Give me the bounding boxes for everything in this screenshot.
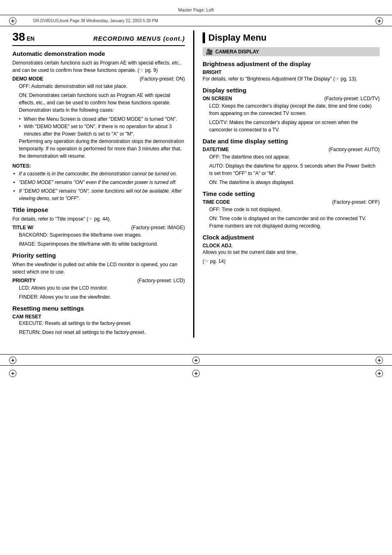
demo-on-text: ON: Demonstrates certain functions such … xyxy=(12,92,185,114)
clock-adj-label: CLOCK ADJ. xyxy=(203,243,380,249)
demo-mode-label: DEMO MODE xyxy=(12,76,43,82)
clock-heading: Clock adjustment xyxy=(203,234,380,241)
master-page-label: Master Page: Left xyxy=(0,0,392,15)
resetting-heading: Resetting menu settings xyxy=(12,305,185,312)
time-code-label: TIME CODE xyxy=(203,199,230,205)
title-impose-heading: Title impose xyxy=(12,206,185,213)
camera-display-label: CAMERA DISPLAY xyxy=(215,49,259,55)
title-w-row: TITLE W/ (Factory-preset: IMAGE) xyxy=(12,225,185,230)
date-time-off: OFF: The date/time does not appear. xyxy=(203,153,380,161)
notes-heading: NOTES: xyxy=(12,163,185,169)
file-info: GR-DV801US.book Page 38 Wednesday, Janua… xyxy=(33,18,158,23)
demo-performing-text: Performing any operation during the demo… xyxy=(12,138,185,160)
main-content: 38 EN RECORDING MENUS (cont.) Automatic … xyxy=(0,26,392,346)
lcd-tv-text: LCD/TV: Makes the camcorder's display ap… xyxy=(203,119,380,134)
return-text: RETURN: Does not reset all settings to t… xyxy=(12,329,185,336)
page-wrapper: Master Page: Left GR-DV801US.book Page 3… xyxy=(0,0,392,555)
display-setting-heading: Display setting xyxy=(203,87,380,94)
reg-mark-bottom-right xyxy=(376,357,383,364)
auto-demo-desc: Demonstrates certain functions such as P… xyxy=(12,59,185,74)
bottom-reg-row xyxy=(0,366,392,386)
demo-mode-preset: (Factory-preset: ON) xyxy=(140,76,185,82)
priority-desc: When the viewfinder is pulled out while … xyxy=(12,261,185,276)
finder-text: FINDER: Allows you to use the viewfinder… xyxy=(12,293,185,301)
notes-list: If a cassette is in the camcorder, the d… xyxy=(12,170,185,202)
page-title: RECORDING MENUS (cont.) xyxy=(93,35,185,42)
page-number-container: 38 EN xyxy=(12,30,35,44)
reg-mark-far-bottom-center xyxy=(192,370,200,377)
page-header: 38 EN RECORDING MENUS (cont.) xyxy=(12,30,185,46)
date-time-on: ON: The date/time is always displayed. xyxy=(203,179,380,186)
note-2: "DEMO MODE" remains "ON" even if the cam… xyxy=(12,179,185,186)
note-3: If "DEMO MODE" remains "ON", some functi… xyxy=(12,187,185,202)
camera-icon: 🎥 xyxy=(206,48,213,55)
reg-mark-bottom-center xyxy=(192,357,200,364)
on-screen-preset: (Factory-preset: LCD/TV) xyxy=(324,96,380,101)
priority-row: PRIORITY (Factory-preset: LCD) xyxy=(12,278,185,283)
priority-preset: (Factory-preset: LCD) xyxy=(137,278,185,283)
page-number: 38 xyxy=(12,30,25,43)
backgrnd-text: BACKGRND: Superimposes the title/frame o… xyxy=(12,231,185,239)
brightness-heading: Brightness adjustment of the display xyxy=(203,60,380,67)
on-screen-label: ON SCREEN xyxy=(203,96,232,101)
clock-adj-desc: Allows you to set the current date and t… xyxy=(203,249,380,256)
lcd-keeps-text: LCD: Keeps the camcorder's display (exce… xyxy=(203,102,380,117)
demo-mode-row: DEMO MODE (Factory-preset: ON) xyxy=(12,76,185,82)
title-w-preset: (Factory-preset: IMAGE) xyxy=(131,225,185,230)
auto-demo-heading: Automatic demonstration mode xyxy=(12,50,185,57)
reg-mark-top-right xyxy=(376,17,383,25)
right-column: Display Menu 🎥 CAMERA DISPLAY Brightness… xyxy=(193,30,380,338)
page-number-en: EN xyxy=(27,35,35,42)
reg-mark-top-left xyxy=(9,17,16,25)
camera-display-bar: 🎥 CAMERA DISPLAY xyxy=(203,47,380,56)
lcd-text: LCD: Allows you to use the LCD monitor. xyxy=(12,284,185,292)
display-menu-heading: Display Menu xyxy=(203,32,380,43)
bright-label: BRIGHT xyxy=(203,69,380,75)
reg-mark-far-bottom-right xyxy=(376,370,383,377)
cam-reset-label: CAM RESET xyxy=(12,314,185,320)
top-border-area: GR-DV801US.book Page 38 Wednesday, Janua… xyxy=(0,15,392,26)
bottom-border-area xyxy=(0,354,392,366)
note-1: If a cassette is in the camcorder, the d… xyxy=(12,170,185,177)
time-code-preset: (Factory-preset: OFF) xyxy=(332,199,380,205)
execute-text: EXECUTE: Resets all settings to the fact… xyxy=(12,320,185,327)
title-w-label: TITLE W/ xyxy=(12,225,33,230)
demo-bullet-2: With "DEMO MODE" set to "ON", if there i… xyxy=(19,123,185,138)
on-screen-row: ON SCREEN (Factory-preset: LCD/TV) xyxy=(203,96,380,101)
date-time-auto: AUTO: Displays the date/time for approx.… xyxy=(203,162,380,177)
reg-mark-far-bottom-left xyxy=(9,370,16,377)
demo-off-text: OFF: Automatic demonstration will not ta… xyxy=(12,83,185,90)
clock-adj-ref: (☞ pg. 14) xyxy=(203,258,380,265)
demo-bullet-1: When the Menu Screen is closed after "DE… xyxy=(19,115,185,123)
time-code-row: TIME CODE (Factory-preset: OFF) xyxy=(203,199,380,205)
date-time-row: DATE/TIME (Factory-preset: AUTO) xyxy=(203,147,380,152)
image-text: IMAGE: Superimposes the title/frame with… xyxy=(12,240,185,248)
time-code-off: OFF: Time code is not displayed. xyxy=(203,206,380,213)
demo-bullets-list: When the Menu Screen is closed after "DE… xyxy=(12,115,185,138)
bright-desc: For details, refer to "Brightness Adjust… xyxy=(203,75,380,83)
time-code-heading: Time code setting xyxy=(203,190,380,197)
date-time-label: DATE/TIME xyxy=(203,147,229,152)
priority-label: PRIORITY xyxy=(12,278,36,283)
date-time-heading: Date and time display setting xyxy=(203,138,380,145)
time-code-on: ON: Time code is displayed on the camcor… xyxy=(203,215,380,230)
title-impose-desc: For details, refer to "Title Impose" (☞ … xyxy=(12,215,185,223)
left-column: 38 EN RECORDING MENUS (cont.) Automatic … xyxy=(12,30,185,338)
priority-heading: Priority setting xyxy=(12,252,185,259)
date-time-preset: (Factory-preset: AUTO) xyxy=(329,147,380,152)
reg-mark-bottom-left xyxy=(9,357,16,364)
